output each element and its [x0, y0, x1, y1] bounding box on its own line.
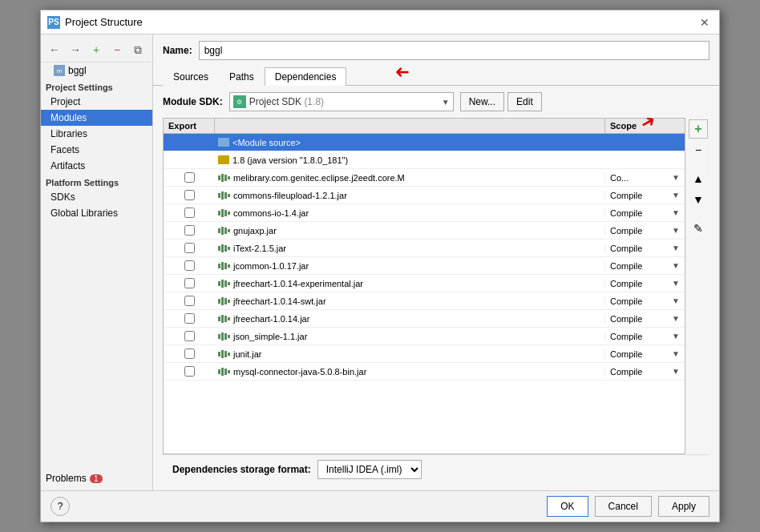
module-source-icon [218, 138, 229, 147]
add-module-button[interactable]: + [87, 41, 105, 58]
row-name: gnujaxp.jar [215, 226, 604, 236]
copy-module-button[interactable]: ⧉ [129, 41, 147, 58]
jdk-icon [218, 155, 229, 164]
row-scope: Co... ▼ [604, 173, 685, 183]
row-name: jfreechart-1.0.14.jar [215, 314, 604, 324]
table-row[interactable]: gnujaxp.jar Compile▼ [164, 222, 685, 240]
new-button[interactable]: New... [460, 92, 504, 111]
table-row[interactable]: jcommon-1.0.17.jar Compile▼ [164, 257, 685, 275]
table-row[interactable]: <Module source> [164, 134, 685, 151]
move-down-button[interactable]: ▼ [689, 190, 708, 209]
footer: ? OK Cancel Apply [41, 490, 719, 522]
storage-select[interactable]: IntelliJ IDEA (.iml) [317, 460, 422, 479]
close-button[interactable]: ✕ [697, 14, 713, 30]
col-header-export: Export [164, 119, 215, 133]
apply-button[interactable]: Apply [658, 496, 709, 517]
module-icon: m [54, 65, 65, 76]
table-row[interactable]: jfreechart-1.0.14.jar Compile▼ [164, 310, 685, 328]
lib-icon [218, 174, 230, 182]
bottom-row: Dependencies storage format: IntelliJ ID… [163, 454, 709, 484]
row-name: commons-fileupload-1.2.1.jar [215, 191, 604, 200]
name-row: Name: [153, 34, 719, 66]
cancel-button[interactable]: Cancel [595, 496, 652, 517]
help-button[interactable]: ? [51, 497, 70, 516]
row-scope: Compile▼ [604, 279, 685, 288]
table-header: Export Scope [164, 119, 685, 134]
table-row[interactable]: commons-io-1.4.jar Compile▼ [164, 204, 685, 222]
table-row[interactable]: iText-2.1.5.jar Compile▼ [164, 240, 685, 257]
tabs-row: Sources Paths Dependencies ➜ [153, 66, 719, 86]
lib-icon [218, 297, 230, 305]
row-name: jcommon-1.0.17.jar [215, 261, 604, 271]
sidebar-item-sdks[interactable]: SDKs [41, 189, 152, 205]
main-content: ← → + − ⧉ m bggl Project Settings Projec… [41, 34, 719, 490]
platform-settings-header: Platform Settings [41, 174, 152, 189]
module-item-bggl[interactable]: m bggl [41, 62, 152, 79]
remove-module-button[interactable]: − [108, 41, 126, 58]
row-scope: Compile▼ [604, 367, 685, 377]
name-input[interactable] [199, 41, 709, 60]
problems-badge: 1 [90, 474, 103, 483]
problems-section[interactable]: Problems 1 [41, 470, 152, 487]
edit-dependency-button[interactable]: ✎ [689, 219, 708, 238]
sidebar-item-facets[interactable]: Facets [41, 142, 152, 158]
title-bar-left: PS Project Structure [47, 16, 143, 29]
nav-back-button[interactable]: ← [46, 41, 63, 58]
nav-forward-button[interactable]: → [67, 41, 84, 58]
row-name: json_simple-1.1.jar [215, 332, 604, 341]
lib-icon [218, 244, 230, 252]
spacer2 [689, 211, 708, 217]
lib-icon [218, 368, 230, 376]
row-scope: Compile▼ [604, 208, 685, 218]
move-up-button[interactable]: ▲ [689, 169, 708, 188]
row-scope: Compile▼ [604, 314, 685, 324]
table-row[interactable]: mysql-connector-java-5.0.8-bin.jar Compi… [164, 363, 685, 381]
name-label: Name: [163, 45, 192, 56]
tab-dependencies[interactable]: Dependencies ➜ [265, 67, 347, 86]
row-scope: Compile▼ [604, 296, 685, 306]
table-row[interactable]: 1.8 (java version "1.8.0_181") [164, 151, 685, 169]
sidebar-item-artifacts[interactable]: Artifacts [41, 158, 152, 174]
title-bar: PS Project Structure ✕ [41, 10, 719, 34]
new-edit-buttons: New... Edit [460, 92, 542, 111]
sdk-select[interactable]: ⚙ Project SDK (1.8) ▼ [229, 92, 454, 111]
sidebar-item-global-libraries[interactable]: Global Libraries [41, 205, 152, 221]
row-check [164, 172, 215, 183]
tab-paths[interactable]: Paths [219, 67, 265, 86]
app-icon: PS [47, 16, 60, 29]
lib-icon [218, 262, 230, 270]
table-row[interactable]: jfreechart-1.0.14-swt.jar Compile▼ [164, 292, 685, 310]
add-dependency-button[interactable]: + [689, 119, 708, 139]
row-name: jfreechart-1.0.14-swt.jar [215, 296, 604, 306]
dependencies-panel: Module SDK: ⚙ Project SDK (1.8) ▼ New...… [153, 86, 719, 490]
sidebar-item-libraries[interactable]: Libraries [41, 126, 152, 142]
side-buttons: + 1 JARs or directories... 2 Library... [687, 118, 709, 454]
sidebar-item-modules[interactable]: Modules [41, 110, 152, 126]
remove-dependency-button[interactable]: − [689, 140, 708, 159]
table-row[interactable]: commons-fileupload-1.2.1.jar Compile▼ [164, 187, 685, 204]
table-row[interactable]: json_simple-1.1.jar Compile▼ [164, 328, 685, 345]
row-scope: Compile▼ [604, 332, 685, 341]
ok-button[interactable]: OK [547, 496, 588, 517]
edit-button[interactable]: Edit [507, 92, 542, 111]
lib-icon [218, 209, 230, 217]
project-structure-dialog: PS Project Structure ✕ ← → + − ⧉ m bggl … [40, 10, 720, 522]
lib-icon [218, 350, 230, 358]
table-row[interactable]: jfreechart-1.0.14-experimental.jar Compi… [164, 275, 685, 292]
row-scope: Compile▼ [604, 349, 685, 359]
table-row[interactable]: junit.jar Compile▼ [164, 345, 685, 363]
tab-sources[interactable]: Sources [163, 67, 219, 86]
col-header-scope: Scope [604, 119, 685, 133]
project-settings-header: Project Settings [41, 79, 152, 94]
sdk-label: Module SDK: [163, 96, 223, 107]
table-body: <Module source> [164, 134, 685, 453]
sidebar-item-project[interactable]: Project [41, 94, 152, 110]
sdk-dropdown-arrow: ▼ [442, 98, 450, 107]
module-name: bggl [68, 65, 87, 76]
row-name: jfreechart-1.0.14-experimental.jar [215, 279, 604, 288]
table-row[interactable]: melibrary.com.genitec.eclipse.j2eedt.cor… [164, 169, 685, 187]
sdk-row: Module SDK: ⚙ Project SDK (1.8) ▼ New...… [163, 92, 709, 111]
row-scope: Compile▼ [604, 191, 685, 200]
row-name: <Module source> [215, 138, 604, 147]
lib-icon [218, 191, 230, 200]
